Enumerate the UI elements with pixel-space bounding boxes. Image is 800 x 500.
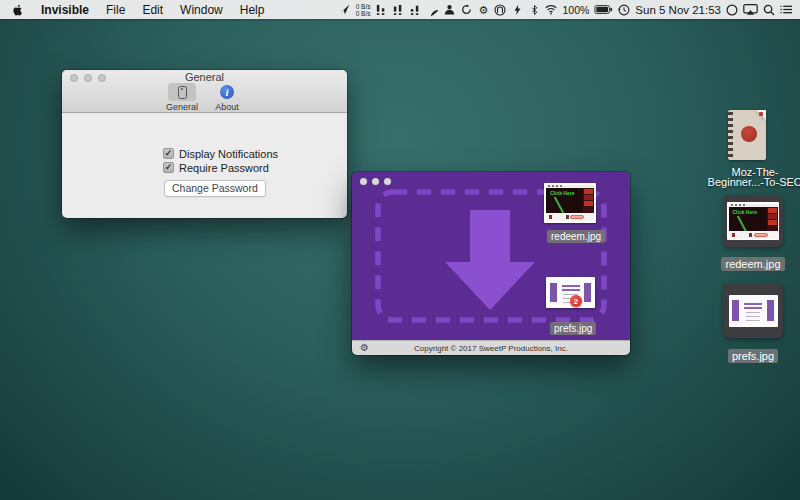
traffic-lights: [360, 178, 391, 185]
display-notifications-row: Display Notifications: [163, 147, 278, 160]
change-password-button[interactable]: Change Password: [164, 180, 266, 197]
bluetooth-icon[interactable]: [528, 3, 540, 16]
fan-icon[interactable]: [494, 3, 506, 16]
settings-gear-icon[interactable]: ⚙: [360, 342, 369, 354]
gear-icon[interactable]: ⚙: [477, 3, 489, 16]
sync-icon[interactable]: [460, 3, 472, 16]
menu-bar: Invisible File Edit Window Help 0 B/s 0 …: [0, 0, 800, 19]
spotlight-search-icon[interactable]: [763, 3, 775, 16]
preferences-body: Display Notifications Require Password C…: [163, 147, 278, 197]
menu-app-invisible[interactable]: Invisible: [41, 3, 89, 17]
prefs-preview: [730, 296, 776, 325]
require-password-row: Require Password: [163, 161, 278, 174]
display-mirroring-icon[interactable]: [743, 3, 758, 16]
time-machine-icon[interactable]: [618, 3, 630, 16]
drop-zone-area[interactable]: Click Here redeem.jpg 2 prefs.jp: [352, 172, 630, 340]
status-bar: 0 B/s 0 B/s ⚙: [339, 3, 792, 17]
siri-icon[interactable]: [726, 3, 738, 16]
device-icon: [178, 86, 187, 99]
meter-icon[interactable]: [375, 3, 387, 16]
user-icon[interactable]: [443, 3, 455, 16]
moz-logo-circle: [741, 126, 757, 142]
bolt-icon[interactable]: [511, 3, 523, 16]
thumb-text: Click Here: [550, 190, 574, 196]
prefs-filename-label: prefs.jpg: [550, 322, 596, 335]
tab-general-label: General: [166, 102, 198, 112]
meter-icon[interactable]: [409, 3, 421, 16]
pdf-document-icon: [728, 110, 766, 160]
close-button[interactable]: [360, 178, 367, 185]
redeem-preview: Click Here: [729, 204, 778, 239]
tab-general[interactable]: General: [164, 83, 200, 112]
battery-icon[interactable]: [594, 3, 613, 16]
display-notifications-checkbox[interactable]: [163, 148, 174, 159]
apple-menu-icon[interactable]: [12, 3, 24, 16]
redeem-filename-label: redeem.jpg: [547, 230, 605, 243]
battery-percentage[interactable]: 100%: [562, 4, 589, 16]
tab-about[interactable]: i About: [209, 83, 245, 112]
menu-help[interactable]: Help: [240, 3, 265, 17]
preferences-window: General General i About Display Notifica…: [62, 70, 347, 218]
network-speed[interactable]: 0 B/s 0 B/s: [356, 3, 371, 17]
desktop-icon-label: redeem.jpg: [713, 254, 793, 272]
traffic-lights: [70, 74, 106, 82]
menu-window[interactable]: Window: [180, 3, 223, 17]
desktop-icon-label: prefs.jpg: [713, 346, 793, 364]
thumb-text: Click Here: [733, 209, 757, 215]
tab-general-chip: [168, 83, 196, 101]
count-badge: 2: [570, 295, 582, 307]
image-thumbnail-frame: [723, 283, 783, 338]
download-arrow-icon: [444, 210, 536, 310]
display-notifications-label: Display Notifications: [179, 148, 278, 160]
tab-about-chip: i: [213, 83, 241, 101]
pdf-badge: [759, 112, 763, 116]
location-icon[interactable]: [339, 3, 351, 16]
copyright-text: Copyright © 2017 SweetP Productions, Inc…: [352, 344, 630, 353]
image-thumbnail-frame: Click Here: [723, 195, 783, 247]
menu-clock[interactable]: Sun 5 Nov 21:53: [635, 4, 721, 16]
minimize-button[interactable]: [84, 74, 92, 82]
zoom-button[interactable]: [384, 178, 391, 185]
desktop-icon-label: Moz-The- Beginner...-To-SEO: [700, 167, 800, 187]
notification-center-icon[interactable]: [780, 3, 792, 16]
redeem-preview: Click Here: [546, 185, 594, 221]
drop-window-statusbar: ⚙ Copyright © 2017 SweetP Productions, I…: [352, 340, 630, 355]
require-password-label: Require Password: [179, 162, 269, 174]
tab-about-label: About: [215, 102, 239, 112]
meter-icon[interactable]: [392, 3, 404, 16]
minimize-button[interactable]: [372, 178, 379, 185]
close-button[interactable]: [70, 74, 78, 82]
app-menus: Invisible File Edit Window Help: [12, 3, 264, 17]
spiral-binding: [728, 112, 733, 158]
preferences-titlebar[interactable]: General General i About: [62, 70, 347, 113]
wifi-icon[interactable]: [545, 3, 557, 16]
menu-edit[interactable]: Edit: [142, 3, 163, 17]
signal-arcs-icon[interactable]: [426, 3, 438, 16]
redeem-thumbnail[interactable]: Click Here: [544, 183, 596, 223]
preferences-toolbar: General i About: [62, 83, 347, 112]
info-icon: i: [220, 85, 234, 99]
zoom-button[interactable]: [98, 74, 106, 82]
menu-file[interactable]: File: [106, 3, 125, 17]
invisible-drop-window: Click Here redeem.jpg 2 prefs.jp: [352, 172, 630, 355]
require-password-checkbox[interactable]: [163, 162, 174, 173]
